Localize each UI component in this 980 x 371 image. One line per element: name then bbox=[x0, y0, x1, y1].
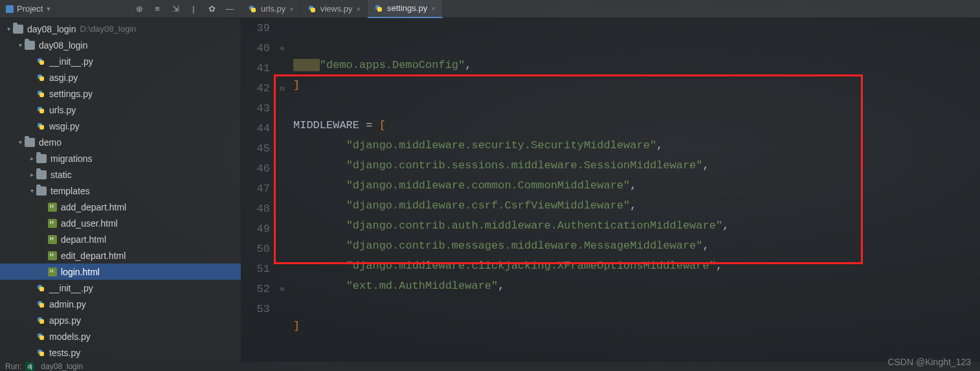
python-icon bbox=[36, 316, 45, 325]
tab-settings-py[interactable]: settings.py× bbox=[368, 0, 443, 18]
tree-label: admin.py bbox=[49, 299, 86, 309]
tree-item-depart-html[interactable]: depart.html bbox=[0, 231, 241, 247]
line-number: 42 bbox=[241, 78, 270, 98]
tree-item-wsgi-py[interactable]: wsgi.py bbox=[0, 118, 241, 134]
tree-label: day08_login bbox=[27, 24, 76, 34]
hide-icon[interactable]: — bbox=[225, 4, 235, 14]
line-number: 41 bbox=[241, 58, 270, 78]
tree-item-models-py[interactable]: models.py bbox=[0, 328, 241, 344]
tree-item-__init__-py[interactable]: __init__.py bbox=[0, 280, 241, 296]
tree-label: urls.py bbox=[49, 105, 76, 115]
tree-label: __init__.py bbox=[49, 283, 93, 293]
html-icon bbox=[48, 267, 57, 276]
tree-item-settings-py[interactable]: settings.py bbox=[0, 85, 241, 102]
tree-item-migrations[interactable]: migrations bbox=[0, 150, 241, 166]
python-icon bbox=[36, 332, 45, 341]
folder-icon bbox=[25, 41, 35, 50]
tree-arrow-icon[interactable] bbox=[27, 171, 36, 178]
tree-item-urls-py[interactable]: urls.py bbox=[0, 102, 241, 118]
tree-label: tests.py bbox=[49, 348, 80, 358]
tree-arrow-icon[interactable] bbox=[27, 155, 36, 162]
tree-arrow-icon[interactable] bbox=[16, 139, 25, 146]
watermark: CSDN @Kinght_123 bbox=[887, 357, 971, 367]
code-line-47[interactable]: "django.contrib.auth.middleware.Authenti… bbox=[293, 216, 980, 236]
code-line-45[interactable]: "django.middleware.common.CommonMiddlewa… bbox=[293, 175, 980, 196]
tree-item-day08_login[interactable]: day08_login bbox=[0, 37, 241, 53]
tree-item-static[interactable]: static bbox=[0, 166, 241, 183]
line-number: 50 bbox=[241, 239, 270, 259]
folder-icon bbox=[25, 138, 35, 147]
line-number: 44 bbox=[241, 118, 270, 139]
tree-label: static bbox=[50, 170, 72, 180]
django-icon: dj bbox=[25, 362, 34, 371]
tree-arrow-icon[interactable] bbox=[27, 187, 36, 194]
tree-label: demo bbox=[39, 137, 61, 148]
tree-item-demo[interactable]: demo bbox=[0, 134, 241, 150]
line-number: 49 bbox=[241, 219, 270, 239]
code-line-40[interactable]: ] bbox=[293, 75, 980, 95]
tab-urls-py[interactable]: urls.py× bbox=[241, 0, 301, 18]
tree-item-login-html[interactable]: login.html bbox=[0, 264, 241, 280]
code-editor[interactable]: 394041424344454647484950515253 ⊖⊟⊖ "demo… bbox=[241, 18, 980, 362]
tree-item-tests-py[interactable]: tests.py bbox=[0, 344, 241, 361]
code-line-44[interactable]: "django.contrib.sessions.middleware.Sess… bbox=[293, 155, 980, 175]
tree-item-templates[interactable]: templates bbox=[0, 183, 241, 199]
html-icon bbox=[48, 219, 57, 228]
tree-item-apps-py[interactable]: apps.py bbox=[0, 312, 241, 328]
tree-item-edit_depart-html[interactable]: edit_depart.html bbox=[0, 247, 241, 264]
python-icon bbox=[248, 5, 257, 14]
tab-views-py[interactable]: views.py× bbox=[301, 0, 368, 18]
tree-item-__init__-py[interactable]: __init__.py bbox=[0, 53, 241, 69]
fold-icon[interactable]: ⊖ bbox=[280, 44, 288, 52]
code-line-52[interactable]: ] bbox=[293, 316, 980, 336]
fold-icon[interactable]: ⊟ bbox=[280, 84, 288, 92]
tree-label: migrations bbox=[50, 153, 93, 164]
code-line-53[interactable] bbox=[293, 336, 980, 356]
tree-label: add_user.html bbox=[61, 218, 118, 229]
tree-label: __init__.py bbox=[49, 56, 93, 67]
tree-item-add_user-html[interactable]: add_user.html bbox=[0, 215, 241, 231]
code-line-39[interactable]: "demo.apps.DemoConfig", bbox=[293, 55, 980, 75]
close-icon[interactable]: × bbox=[357, 5, 361, 13]
tree-item-add_depart-html[interactable]: add_depart.html bbox=[0, 199, 241, 215]
project-tree[interactable]: day08_loginD:\day08_loginday08_login__in… bbox=[0, 18, 241, 362]
code-line-46[interactable]: "django.middleware.csrf.CsrfViewMiddlewa… bbox=[293, 196, 980, 216]
tree-label: wsgi.py bbox=[49, 121, 80, 131]
tree-item-asgi-py[interactable]: asgi.py bbox=[0, 69, 241, 85]
run-config[interactable]: day08_login bbox=[41, 362, 83, 371]
python-icon bbox=[36, 89, 45, 98]
fold-icon[interactable]: ⊖ bbox=[280, 285, 288, 293]
line-number: 48 bbox=[241, 199, 270, 219]
tree-label: edit_depart.html bbox=[61, 251, 126, 261]
tree-arrow-icon[interactable] bbox=[16, 41, 25, 49]
tree-path: D:\day08_login bbox=[80, 24, 137, 34]
line-number: 46 bbox=[241, 159, 270, 179]
code-line-50[interactable]: "ext.md.AuthMiddleware", bbox=[293, 276, 980, 296]
code-line-41[interactable] bbox=[293, 95, 980, 115]
locate-icon[interactable]: ⊕ bbox=[134, 4, 144, 14]
close-icon[interactable]: × bbox=[289, 5, 293, 13]
tree-label: depart.html bbox=[61, 234, 106, 245]
collapse-icon[interactable]: ⇲ bbox=[170, 4, 181, 14]
tree-label: login.html bbox=[61, 267, 100, 277]
tree-item-day08_login[interactable]: day08_loginD:\day08_login bbox=[0, 21, 241, 37]
expand-icon[interactable]: ≡ bbox=[152, 4, 162, 14]
code-line-43[interactable]: "django.middleware.security.SecurityMidd… bbox=[293, 135, 980, 155]
python-icon bbox=[36, 284, 45, 293]
folder-icon bbox=[13, 25, 23, 34]
code-line-42[interactable]: MIDDLEWARE = [ bbox=[293, 115, 980, 135]
line-number: 40 bbox=[241, 38, 270, 58]
tree-arrow-icon[interactable] bbox=[4, 25, 13, 32]
code-line-49[interactable]: "django.middleware.clickjacking.XFrameOp… bbox=[293, 256, 980, 276]
close-icon[interactable]: × bbox=[431, 5, 435, 12]
bottom-bar: Run: dj day08_login bbox=[0, 362, 980, 371]
python-icon bbox=[36, 73, 45, 82]
code-line-48[interactable]: "django.contrib.messages.middleware.Mess… bbox=[293, 236, 980, 256]
gear-icon[interactable]: ✿ bbox=[206, 4, 217, 14]
python-icon bbox=[36, 348, 45, 357]
code-line-51[interactable] bbox=[293, 296, 980, 316]
project-icon bbox=[5, 5, 14, 14]
project-dropdown[interactable]: Project ▼ bbox=[5, 4, 51, 14]
tree-label: settings.py bbox=[49, 89, 93, 99]
tree-item-admin-py[interactable]: admin.py bbox=[0, 296, 241, 312]
